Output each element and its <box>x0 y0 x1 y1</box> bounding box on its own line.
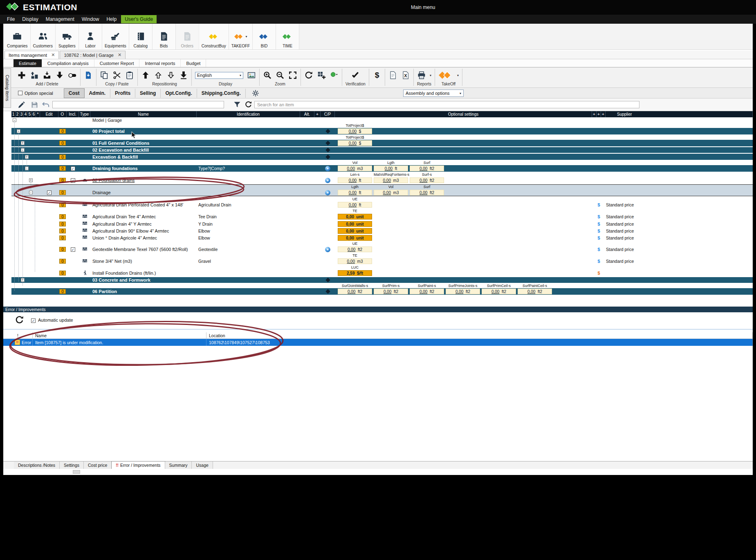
doc-tab-0[interactable]: Items management✕ <box>4 51 59 59</box>
include-checkbox[interactable]: ✓ <box>71 178 75 183</box>
edit-cell[interactable] <box>40 128 58 134</box>
grid-row-union-drain-agricole-4-armtec[interactable]: 0Union ° Drain Agricole 4" ArmtecElbow0,… <box>11 235 753 241</box>
column-header-alt[interactable]: Alt. <box>300 111 314 117</box>
value-cell[interactable]: 0,00 ft <box>338 177 372 183</box>
gear-icon[interactable] <box>251 89 260 97</box>
column-header-supplier[interactable]: Supplier <box>606 111 753 117</box>
include-cell[interactable] <box>67 270 79 276</box>
include-cell[interactable] <box>67 147 79 153</box>
add-icon[interactable] <box>17 71 26 80</box>
grid-row-draining-foundations[interactable]: VolLgthSurf-0✓Draining foundationsType?|… <box>11 161 753 172</box>
toolbar-button-bids[interactable]: Bids <box>153 24 176 49</box>
option-special-checkbox[interactable] <box>18 91 22 95</box>
item-name[interactable]: 06 Partition <box>92 289 117 294</box>
grid-row-00-project-total[interactable]: TotProject$-000 Project total0,00 $ <box>11 123 753 134</box>
option-sphere-icon[interactable]: ▼ <box>325 178 330 183</box>
menu-display[interactable]: Display <box>18 15 42 23</box>
item-name[interactable]: 03 Concrete and Formwork <box>92 278 150 282</box>
value-cell[interactable]: 0,00 unit <box>338 228 372 234</box>
value-cell[interactable]: 0,00 ft2 <box>338 289 372 294</box>
column-header-cp[interactable]: C/P <box>321 111 335 117</box>
o-value[interactable]: 0 <box>59 178 66 183</box>
option-diamond-icon[interactable] <box>325 155 330 159</box>
o-cell[interactable]: 0 <box>58 221 67 227</box>
toggle-icon[interactable] <box>68 71 77 80</box>
price-dollar-icon[interactable]: $ <box>597 247 600 252</box>
o-cell[interactable]: 0 <box>58 128 67 134</box>
o-cell[interactable]: 0 <box>58 165 67 172</box>
chevron-down-icon[interactable]: ▾ <box>457 74 459 77</box>
refresh-icon[interactable] <box>245 101 252 108</box>
header-tree-3[interactable]: 3 <box>20 111 24 117</box>
bottom-tab-summary[interactable]: Summary <box>165 461 192 469</box>
include-cell[interactable] <box>67 189 79 196</box>
item-name[interactable]: Agricultural Drain Tee 4" Armtec <box>92 214 156 219</box>
value-cell[interactable]: 0,00 $ <box>338 128 372 134</box>
o-cell[interactable]: 0 <box>58 288 67 295</box>
option-diamond-icon[interactable] <box>325 148 330 152</box>
toolbar-button-labor[interactable]: Labor <box>79 24 102 49</box>
grid-row-geotextile-membrane-texel-7607-5600-ft2-ro[interactable]: UE0✓Geotextile Membrane Texel 7607 (5600… <box>11 242 753 253</box>
column-header-type[interactable]: Type <box>79 111 90 117</box>
grid-add-icon[interactable] <box>317 71 326 80</box>
value-cell[interactable]: 0,00 m3 <box>338 258 372 264</box>
item-name[interactable]: Geotextile Membrane Texel 7607 (5600 ft2… <box>92 247 188 252</box>
value-cell[interactable]: 0,00 ft2 <box>374 289 408 294</box>
value-cell[interactable]: 0,00 m3 <box>374 177 408 183</box>
edit-cell[interactable]: ✓ <box>40 189 58 196</box>
edit-cell[interactable] <box>40 140 58 146</box>
expand-toggle[interactable]: + <box>21 141 25 145</box>
o-cell[interactable]: 0 <box>58 177 67 184</box>
toolbar-button-companies[interactable]: Companies <box>4 24 31 49</box>
price-dollar-icon[interactable]: $ <box>597 228 600 233</box>
add-assembly-icon[interactable] <box>30 71 39 80</box>
edit-cell[interactable] <box>40 246 58 253</box>
scroll-fragment[interactable] <box>73 470 80 474</box>
include-cell[interactable]: ✓ <box>67 177 79 184</box>
bottom-tab-error-improvements[interactable]: !!Error / Improvements <box>112 461 165 469</box>
value-cell[interactable]: 0,00 ft2 <box>410 177 444 183</box>
edit-cell[interactable] <box>40 277 58 283</box>
grid-row-02-excavation-and-backfill[interactable]: -02 Excavation and Backfill <box>11 147 753 153</box>
chevron-down-icon[interactable]: ▾ <box>430 74 431 77</box>
grid-row-drainage[interactable]: LgthVolSurf-✓0Drainage▼0,00 ft0,00 m30,0… <box>11 184 753 196</box>
option-sphere-icon[interactable]: ▼ <box>325 247 330 252</box>
o-cell[interactable]: 0 <box>58 270 67 276</box>
edit-cell[interactable] <box>40 213 58 220</box>
header-tree-2[interactable]: 2 <box>16 111 20 117</box>
o-cell[interactable]: 0 <box>58 202 67 208</box>
doc-tab-1[interactable]: 108762 : Model | Garage✕ <box>60 51 126 59</box>
value-cell[interactable]: 0,00 m3 <box>338 166 372 171</box>
grid-row-stone-3-4-net-m3[interactable]: TE0Stone 3/4" Net (m3)Gravel0,00 m3$Stan… <box>11 253 753 264</box>
include-cell[interactable] <box>67 235 79 241</box>
price-dollar-icon[interactable]: $ <box>597 259 600 264</box>
move-up-icon[interactable] <box>154 71 163 80</box>
include-cell[interactable] <box>67 277 79 283</box>
value-cell[interactable]: 0,00 ft <box>338 202 372 208</box>
move-bottom-icon[interactable] <box>179 71 188 80</box>
value-cell[interactable]: 0,00 ft2 <box>446 289 480 294</box>
option-sphere-icon[interactable]: ▼ <box>325 190 330 195</box>
menu-users-guide[interactable]: User's Guide <box>121 15 157 23</box>
mode-button-selling[interactable]: Selling <box>135 89 161 98</box>
o-value[interactable]: 0 <box>59 214 66 219</box>
include-cell[interactable]: ✓ <box>67 165 79 172</box>
catalog-items-tab[interactable]: Catalog items <box>3 68 11 108</box>
refresh-icon[interactable] <box>15 315 24 326</box>
zoom-in-icon[interactable] <box>263 71 272 80</box>
check-icon[interactable] <box>351 71 360 80</box>
include-cell[interactable] <box>67 140 79 146</box>
item-name[interactable]: 00 Project total <box>92 129 125 134</box>
o-value[interactable]: 0 <box>59 228 66 233</box>
toolbar-button-constructbuy[interactable]: ConstructBuy <box>199 24 229 49</box>
mode-button-opt-config-[interactable]: Opt.Config. <box>161 89 197 98</box>
undo-icon[interactable] <box>42 101 50 109</box>
item-name[interactable]: Model | Garage <box>92 118 122 123</box>
view-tab-customer-report[interactable]: Customer Report <box>94 59 140 67</box>
option-diamond-icon[interactable] <box>325 129 330 133</box>
filter-icon[interactable] <box>233 101 241 109</box>
grid-row-excavation-backfill[interactable]: +0Excavation & Backfill <box>11 154 753 160</box>
include-cell[interactable] <box>67 202 79 208</box>
edit-cell[interactable] <box>40 147 58 153</box>
option-diamond-icon[interactable] <box>325 141 330 145</box>
